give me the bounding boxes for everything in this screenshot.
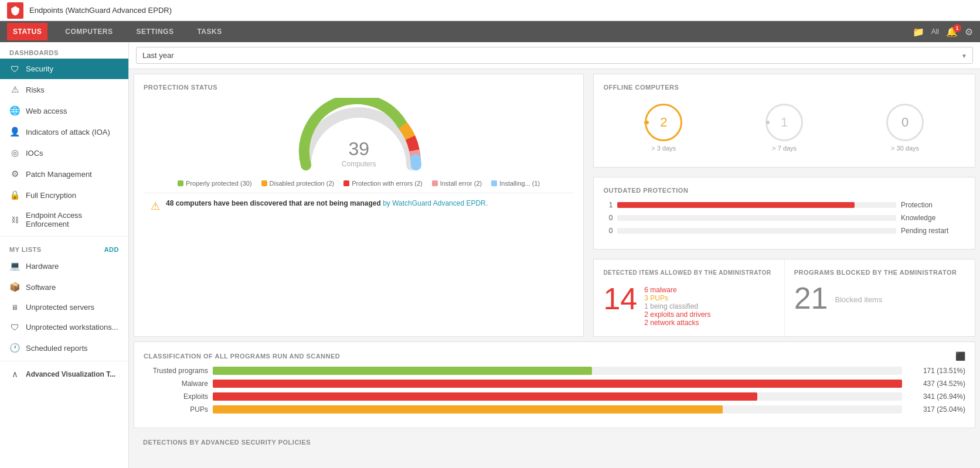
gauge-container: 39 Computers Properly protected (30) Dis… bbox=[144, 98, 574, 187]
detected-count: 14 bbox=[603, 283, 637, 314]
outdated-bar-wrap-protection bbox=[617, 202, 896, 208]
right-column: OFFLINE COMPUTERS 2 > 3 days bbox=[588, 69, 980, 341]
sidebar-item-iocs[interactable]: ◎ IOCs bbox=[0, 142, 128, 163]
add-list-button[interactable]: Add bbox=[104, 246, 119, 253]
title-bar: Endpoints (WatchGuard Advanced EPDR) bbox=[0, 0, 980, 21]
sidebar-item-web-access[interactable]: 🌐 Web access bbox=[0, 100, 128, 121]
gauge-wrap: 39 Computers bbox=[294, 98, 423, 174]
class-bar-wrap-pups bbox=[213, 405, 902, 414]
all-label: All bbox=[931, 28, 939, 36]
legend-disabled: Disabled protection (2) bbox=[261, 180, 335, 187]
outdated-bar-wrap-knowledge bbox=[617, 215, 896, 221]
class-row-malware: Malware 437 (34.52%) bbox=[144, 380, 965, 388]
detections-section-header: DETECTIONS BY ADVANCED SECURITY POLICIES bbox=[129, 433, 980, 449]
top-nav: STATUS COMPUTERS SETTINGS TASKS 📁 All 🔔 … bbox=[0, 21, 980, 42]
gear-icon: ⚙ bbox=[9, 169, 20, 179]
classification-title: CLASSIFICATION OF ALL PROGRAMS RUN AND S… bbox=[144, 353, 340, 360]
detected-blocked-panel: DETECTED ITEMS ALLOWED BY THE ADMINISTRA… bbox=[593, 259, 975, 337]
warning-icon: ⚠ bbox=[9, 84, 20, 95]
lock-icon: 🔒 bbox=[9, 190, 20, 200]
class-stat-pups: 317 (25.04%) bbox=[907, 405, 965, 414]
alert-link[interactable]: by WatchGuard Advanced EPDR. bbox=[383, 199, 488, 207]
class-bar-wrap-trusted bbox=[213, 367, 902, 375]
gauge-legend: Properly protected (30) Disabled protect… bbox=[178, 180, 540, 187]
chain-icon: ⛓ bbox=[9, 216, 20, 224]
nav-computers[interactable]: COMPUTERS bbox=[59, 23, 118, 40]
offline-grid: 2 > 3 days 1 > 7 days bbox=[603, 98, 965, 158]
notifications-button[interactable]: 🔔 1 bbox=[946, 26, 958, 37]
class-bar-trusted bbox=[213, 367, 592, 375]
sidebar-item-unprotected-workstations[interactable]: 🛡 Unprotected workstations... bbox=[0, 317, 128, 337]
clock-icon: 🕐 bbox=[9, 343, 20, 353]
outdated-protection-panel: OUTDATED PROTECTION 1 Protection 0 bbox=[593, 177, 975, 250]
export-icon[interactable]: ⬛ bbox=[955, 351, 965, 361]
settings-icon[interactable]: ⚙ bbox=[965, 26, 973, 37]
time-filter-select[interactable]: Last year Last month Last week Last day … bbox=[136, 47, 973, 64]
notification-count: 1 bbox=[953, 24, 961, 32]
circle-icon: ◎ bbox=[9, 148, 20, 158]
sidebar-item-software[interactable]: 📦 Software bbox=[0, 276, 128, 298]
sidebar-item-encryption[interactable]: 🔒 Full Encryption bbox=[0, 185, 128, 206]
gauge-number: 39 bbox=[342, 138, 376, 160]
sidebar: DASHBOARDS 🛡 Security ⚠ Risks 🌐 Web acce… bbox=[0, 42, 129, 468]
outdated-bar-protection bbox=[617, 202, 854, 208]
person-icon: 👤 bbox=[9, 127, 20, 137]
class-stat-exploits: 341 (26.94%) bbox=[907, 392, 965, 401]
offline-computers-panel: OFFLINE COMPUTERS 2 > 3 days bbox=[593, 74, 975, 168]
sidebar-item-security[interactable]: 🛡 Security bbox=[0, 59, 128, 79]
class-bar-wrap-exploits bbox=[213, 392, 902, 401]
expand-icon: ∧ bbox=[9, 369, 20, 380]
detected-right: PROGRAMS BLOCKED BY THE ADMINISTRATOR 21… bbox=[785, 259, 975, 336]
sidebar-item-hardware[interactable]: 💻 Hardware bbox=[0, 255, 128, 276]
offline-circle-3days: 2 bbox=[645, 104, 682, 141]
my-lists-header: MY LISTS Add bbox=[0, 239, 128, 255]
offline-30days: 0 > 30 days bbox=[886, 104, 924, 152]
gauge-label: Computers bbox=[342, 160, 376, 168]
blocked-title: PROGRAMS BLOCKED BY THE ADMINISTRATOR bbox=[794, 269, 965, 276]
sidebar-item-ioa[interactable]: 👤 Indicators of attack (IOA) bbox=[0, 121, 128, 142]
offline-dot-7days bbox=[766, 121, 770, 124]
offline-title: OFFLINE COMPUTERS bbox=[603, 84, 965, 91]
dashboards-header: DASHBOARDS bbox=[0, 42, 128, 59]
alert-triangle-icon: ⚠ bbox=[151, 200, 160, 213]
nav-tasks[interactable]: TASKS bbox=[191, 23, 227, 40]
folder-icon[interactable]: 📁 bbox=[913, 26, 924, 37]
nav-status[interactable]: STATUS bbox=[7, 23, 47, 40]
server-icon: 🖥 bbox=[9, 303, 20, 312]
protection-status-title: PROTECTION STATUS bbox=[144, 84, 574, 91]
hardware-icon: 💻 bbox=[9, 261, 20, 271]
detected-left: DETECTED ITEMS ALLOWED BY THE ADMINISTRA… bbox=[594, 259, 784, 336]
workstation-icon: 🛡 bbox=[9, 322, 20, 332]
class-row-trusted: Trusted programs 171 (13.51%) bbox=[144, 367, 965, 375]
blocked-content: 21 Blocked items bbox=[794, 283, 965, 313]
blocked-count: 21 bbox=[794, 283, 828, 313]
detected-grid: DETECTED ITEMS ALLOWED BY THE ADMINISTRA… bbox=[594, 259, 975, 336]
time-filter-wrap: Last year Last month Last week Last day … bbox=[136, 47, 973, 64]
app-logo bbox=[7, 2, 23, 19]
legend-install-error: Install error (2) bbox=[432, 180, 482, 187]
offline-circle-30days: 0 bbox=[886, 104, 924, 141]
detected-title: DETECTED ITEMS ALLOWED BY THE ADMINISTRA… bbox=[603, 269, 774, 276]
class-row-exploits: Exploits 341 (26.94%) bbox=[144, 392, 965, 401]
sidebar-item-patch[interactable]: ⚙ Patch Management bbox=[0, 163, 128, 185]
nav-settings[interactable]: SETTINGS bbox=[130, 23, 179, 40]
outdated-row-knowledge: 0 Knowledge bbox=[603, 214, 965, 222]
classification-panel: CLASSIFICATION OF ALL PROGRAMS RUN AND S… bbox=[134, 341, 975, 428]
legend-errors: Protection with errors (2) bbox=[343, 180, 422, 187]
outdated-bar-wrap-restart bbox=[617, 228, 896, 234]
sidebar-item-scheduled-reports[interactable]: 🕐 Scheduled reports bbox=[0, 337, 128, 358]
sidebar-item-unprotected-servers[interactable]: 🖥 Unprotected servers bbox=[0, 298, 128, 317]
sidebar-item-risks[interactable]: ⚠ Risks bbox=[0, 79, 128, 100]
class-bar-malware bbox=[213, 380, 902, 388]
offline-circle-7days: 1 bbox=[765, 104, 803, 141]
sidebar-item-eae[interactable]: ⛓ Endpoint Access Enforcement bbox=[0, 206, 128, 234]
outdated-rows: 1 Protection 0 Knowledge bbox=[603, 201, 965, 235]
class-bar-wrap-malware bbox=[213, 380, 902, 388]
class-row-pups: PUPs 317 (25.04%) bbox=[144, 405, 965, 414]
outdated-title: OUTDATED PROTECTION bbox=[603, 187, 965, 194]
content-area: Last year Last month Last week Last day … bbox=[129, 42, 980, 468]
sidebar-item-advanced-viz[interactable]: ∧ Advanced Visualization T... bbox=[0, 364, 128, 385]
main-layout: DASHBOARDS 🛡 Security ⚠ Risks 🌐 Web acce… bbox=[0, 42, 980, 468]
alert-box: ⚠ 48 computers have been discovered that… bbox=[144, 193, 574, 218]
classification-header: CLASSIFICATION OF ALL PROGRAMS RUN AND S… bbox=[144, 351, 965, 361]
